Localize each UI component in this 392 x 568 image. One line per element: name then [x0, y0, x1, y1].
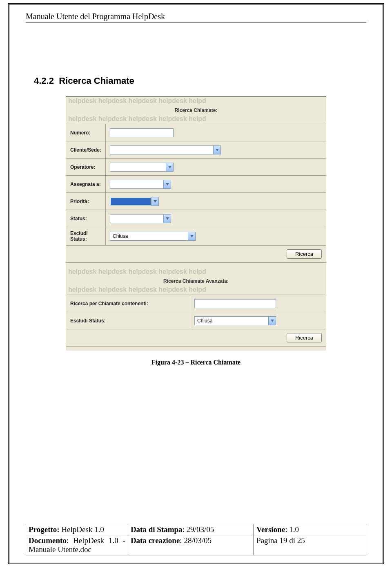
section-heading: 4.2.2 Ricerca Chiamate [34, 76, 366, 86]
footer-progetto: Progetto: HelpDesk 1.0 [26, 524, 128, 535]
panel1-title: Ricerca Chiamate: [66, 106, 326, 115]
footer-documento: Documento: HelpDesk 1.0 - Manuale Utente… [26, 535, 128, 555]
footer-stampa-value: : 29/03/05 [183, 525, 214, 534]
panel2-title: Ricerca Chiamate Avanzata: [66, 277, 326, 286]
row-ricerca-button-adv: Ricerca [66, 329, 326, 347]
chevron-down-icon [163, 215, 171, 223]
row-escludi-status-adv: Escludi Status: Chiusa [66, 312, 326, 329]
chevron-down-icon [188, 232, 195, 240]
cliente-value [110, 146, 213, 154]
search-form-advanced: Ricerca per Chiamate contenenti: Escludi… [66, 295, 326, 347]
footer-progetto-label: Progetto: [29, 525, 60, 534]
assegnata-value [110, 180, 163, 188]
escludi-status-value: Chiusa [110, 232, 188, 240]
row-status: Status: [66, 210, 326, 227]
escludi-status-select[interactable]: Chiusa [110, 232, 196, 241]
watermark-row: helpdesk helpdesk helpdesk helpdesk help… [66, 115, 326, 124]
row-operatore: Operatore: [66, 159, 326, 176]
screenshot-figure: helpdesk helpdesk helpdesk helpdesk help… [66, 96, 326, 351]
footer-versione-value: : 1.0 [285, 525, 299, 534]
status-value [110, 215, 163, 223]
row-priorita: Priorità: [66, 193, 326, 210]
footer-versione: Versione: 1.0 [254, 524, 366, 535]
status-select[interactable] [110, 214, 171, 223]
row-contenenti: Ricerca per Chiamate contenenti: [66, 295, 326, 312]
label-assegnata: Assegnata a: [66, 176, 106, 193]
label-numero: Numero: [66, 124, 106, 141]
label-contenenti: Ricerca per Chiamate contenenti: [66, 295, 190, 312]
operatore-select[interactable] [110, 163, 174, 172]
footer-stampa-label: Data di Stampa [131, 525, 183, 534]
search-form-basic: Numero: Cliente/Sede: Operatore [66, 124, 326, 263]
footer-stampa: Data di Stampa: 29/03/05 [128, 524, 254, 535]
footer-creazione-label: Data creazione [131, 536, 180, 545]
escludi-status-adv-select[interactable]: Chiusa [194, 316, 276, 325]
row-numero: Numero: [66, 124, 326, 141]
label-priorita: Priorità: [66, 193, 106, 210]
label-cliente: Cliente/Sede: [66, 141, 106, 159]
footer-versione-label: Versione [256, 525, 285, 534]
label-operatore: Operatore: [66, 159, 106, 176]
priorita-value [111, 198, 151, 205]
cliente-select[interactable] [110, 145, 221, 154]
label-status: Status: [66, 210, 106, 227]
label-escludi-status-adv: Escludi Status: [66, 312, 190, 329]
row-cliente: Cliente/Sede: [66, 141, 326, 159]
document-header: Manuale Utente del Programma HelpDesk [26, 12, 366, 22]
section-title-text: Ricerca Chiamate [59, 76, 134, 86]
row-assegnata: Assegnata a: [66, 176, 326, 193]
watermark-row: helpdesk helpdesk helpdesk helpdesk help… [66, 268, 326, 277]
figure-caption: Figura 4-23 – Ricerca Chiamate [26, 359, 366, 366]
footer-pagina: Pagina 19 di 25 [254, 535, 366, 555]
row-ricerca-button: Ricerca [66, 246, 326, 263]
row-escludi-status: Escludi Status: Chiusa [66, 227, 326, 246]
footer-progetto-value: HelpDesk 1.0 [60, 525, 104, 534]
footer-documento-label: Documento [29, 536, 67, 545]
watermark-row: helpdesk helpdesk helpdesk helpdesk help… [66, 97, 326, 106]
priorita-select[interactable] [110, 197, 159, 206]
chevron-down-icon [166, 163, 173, 171]
ricerca-button-adv[interactable]: Ricerca [287, 333, 322, 342]
ricerca-button[interactable]: Ricerca [287, 249, 322, 259]
watermark-row: helpdesk helpdesk helpdesk helpdesk help… [66, 286, 326, 295]
section-number: 4.2.2 [34, 76, 54, 86]
contenenti-input[interactable] [194, 299, 276, 308]
chevron-down-icon [268, 317, 276, 325]
numero-input[interactable] [110, 128, 174, 137]
escludi-status-adv-value: Chiusa [195, 317, 268, 325]
footer-creazione: Data creazione: 28/03/05 [128, 535, 254, 555]
chevron-down-icon [151, 197, 158, 206]
label-escludi-status: Escludi Status: [66, 227, 106, 246]
cell-numero [106, 124, 326, 141]
assegnata-select[interactable] [110, 180, 171, 189]
chevron-down-icon [213, 146, 220, 154]
footer-creazione-value: : 28/03/05 [180, 536, 212, 545]
operatore-value [110, 163, 166, 171]
document-footer: Progetto: HelpDesk 1.0 Data di Stampa: 2… [26, 524, 366, 555]
chevron-down-icon [163, 180, 171, 188]
